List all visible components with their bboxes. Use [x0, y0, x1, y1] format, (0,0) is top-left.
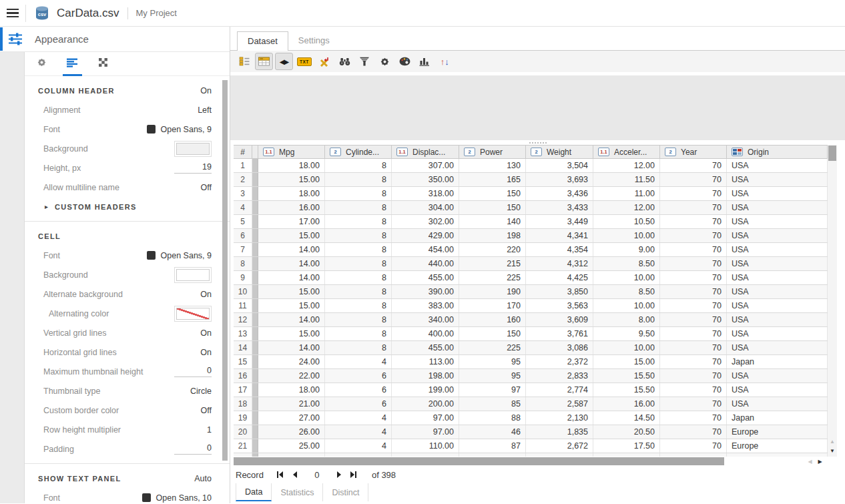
cell[interactable]: 225	[459, 271, 526, 284]
section-toggle-value[interactable]: On	[200, 86, 212, 95]
cell[interactable]: 150	[459, 327, 526, 340]
table-row[interactable]: 914.008455.002254,42510.0070USA	[234, 271, 828, 285]
cell[interactable]: 70	[660, 215, 727, 228]
font-color-chip[interactable]	[147, 251, 156, 260]
next-record-button[interactable]	[332, 471, 346, 479]
table-row[interactable]: 714.008454.002204,3549.0070USA	[234, 243, 828, 257]
cell[interactable]: 14.00	[258, 313, 325, 326]
column-header-mpg[interactable]: 1.1Mpg	[258, 146, 325, 158]
cell[interactable]: 22.00	[258, 369, 325, 383]
cell[interactable]: 14.00	[258, 271, 325, 284]
splitter-handle[interactable]	[230, 140, 845, 145]
row-number-cell[interactable]: 7	[234, 243, 252, 256]
cell[interactable]: 27.00	[258, 411, 325, 425]
hscroll-thumb[interactable]	[234, 457, 724, 465]
panel-tab-appearance-tab[interactable]	[65, 52, 79, 76]
column-header-weight[interactable]: 2Weight	[526, 146, 593, 158]
cell[interactable]: 97	[459, 383, 526, 397]
cell[interactable]: 199.00	[392, 383, 459, 397]
cell[interactable]: 455.00	[392, 271, 459, 284]
row-number-cell[interactable]: 13	[234, 327, 252, 340]
cell[interactable]: 16.00	[258, 201, 325, 214]
cell[interactable]: USA	[727, 229, 828, 242]
table-row[interactable]: 1718.006199.00972,77415.5070USA	[234, 383, 828, 397]
cell[interactable]: 350.00	[392, 173, 459, 186]
cell[interactable]: 15.00	[258, 327, 325, 340]
cell[interactable]: 390.00	[392, 285, 459, 298]
row-handle[interactable]	[252, 257, 258, 270]
table-row[interactable]: 118.008307.001303,50412.0070USA	[234, 159, 828, 173]
cell[interactable]: 70	[660, 173, 727, 186]
cell[interactable]: 70	[660, 369, 727, 383]
cell[interactable]: 70	[660, 187, 727, 200]
cell[interactable]: 110.00	[392, 439, 459, 453]
row-number-cell[interactable]: 9	[234, 271, 252, 284]
cell[interactable]: 2,130	[526, 411, 593, 425]
cell[interactable]: 14.50	[593, 411, 660, 425]
column-header-cylinde[interactable]: 2Cylinde...	[325, 146, 392, 158]
cell[interactable]: 18.00	[258, 159, 325, 172]
panel-tab-general-tab[interactable]	[35, 52, 48, 76]
row-number-cell[interactable]: 20	[234, 425, 252, 439]
font-color-chip[interactable]	[142, 493, 151, 502]
custom-headers-group[interactable]: ▸CUSTOM HEADERS	[25, 197, 230, 216]
cell[interactable]: 160	[459, 313, 526, 326]
panel-tab-random-tab[interactable]	[97, 52, 109, 76]
section-header[interactable]: SHOW TEXT PANELAuto	[25, 469, 230, 488]
setting-value[interactable]: Circle	[190, 387, 212, 396]
row-handle[interactable]	[252, 187, 258, 200]
setting-value[interactable]: On	[200, 348, 212, 357]
cell[interactable]: USA	[727, 173, 828, 186]
cell[interactable]: 9.50	[593, 327, 660, 340]
cell[interactable]: 46	[459, 425, 526, 439]
table-row[interactable]: 1524.004113.00952,37215.0070Japan	[234, 355, 828, 369]
cell[interactable]: 8	[325, 257, 392, 270]
table-row[interactable]: 1821.006200.00852,58716.0070USA	[234, 397, 828, 411]
cell[interactable]: 10.50	[593, 215, 660, 228]
table-row[interactable]: 1315.008400.001503,7619.5070USA	[234, 327, 828, 341]
setting-value[interactable]: Left	[198, 105, 212, 115]
cell[interactable]: USA	[727, 285, 828, 298]
cell[interactable]: 11.00	[593, 187, 660, 200]
row-handle[interactable]	[252, 411, 258, 425]
show-header-button[interactable]	[255, 53, 273, 70]
cell[interactable]: 70	[660, 411, 727, 425]
cell[interactable]: 3,563	[526, 299, 593, 312]
cell[interactable]: 3,761	[526, 327, 593, 340]
row-handle[interactable]	[252, 355, 258, 368]
cell[interactable]: 15.00	[258, 173, 325, 186]
column-header-displac[interactable]: 1.1Displac...	[392, 146, 459, 158]
cell[interactable]: 15.00	[258, 229, 325, 242]
row-handle[interactable]	[252, 201, 258, 214]
record-number-input[interactable]: 0	[302, 470, 332, 480]
chart-button[interactable]	[416, 53, 434, 70]
cell[interactable]: 70	[660, 201, 727, 214]
row-handle[interactable]	[252, 285, 258, 298]
cell[interactable]: USA	[727, 397, 828, 411]
section-header[interactable]: CELL	[25, 226, 230, 246]
font-value[interactable]: Open Sans, 9	[147, 125, 212, 134]
column-header-year[interactable]: 2Year	[660, 146, 727, 158]
cell[interactable]: Europe	[727, 425, 828, 439]
row-handle[interactable]	[252, 341, 258, 354]
cell[interactable]: 2,587	[526, 397, 593, 411]
setting-input[interactable]: 0	[174, 443, 212, 455]
cell[interactable]: 8.50	[593, 285, 660, 298]
fit-width-button[interactable]: ◀▶	[275, 53, 293, 70]
row-handle[interactable]	[252, 271, 258, 284]
cell[interactable]: 87	[459, 439, 526, 453]
cell[interactable]: 8.50	[593, 257, 660, 270]
cell[interactable]: 8	[325, 229, 392, 242]
cell[interactable]: 3,609	[526, 313, 593, 326]
cell[interactable]: 11.50	[593, 173, 660, 186]
table-row[interactable]: 318.008318.001503,43611.0070USA	[234, 187, 828, 201]
cell[interactable]: USA	[727, 327, 828, 340]
cell[interactable]: 14.00	[258, 257, 325, 270]
vscroll-thumb[interactable]	[828, 146, 836, 161]
filter-button[interactable]	[356, 53, 374, 70]
cell[interactable]: 18.00	[258, 187, 325, 200]
cell[interactable]: 70	[660, 425, 727, 439]
setting-value[interactable]: Off	[201, 406, 212, 415]
row-number-cell[interactable]: 14	[234, 341, 252, 354]
cell[interactable]: 97.00	[392, 411, 459, 425]
